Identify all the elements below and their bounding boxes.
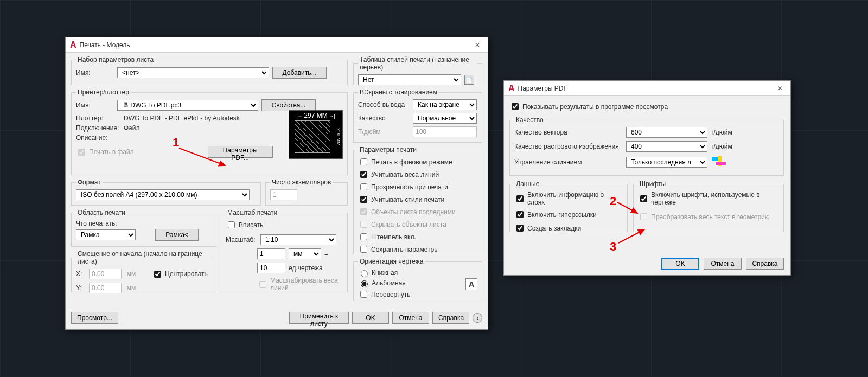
merge-select[interactable]: Только последняя линия	[626, 157, 707, 168]
what-label: Что печатать:	[76, 220, 212, 227]
conn-lbl: Подключение:	[76, 124, 120, 132]
raster-unit: т/дюйм	[711, 143, 732, 150]
bookmarks-check[interactable]: Создать закладки	[514, 223, 623, 233]
shade-mode-select[interactable]: Как на экране	[413, 99, 477, 110]
merge-icon	[711, 155, 727, 169]
plot-style-legend: Таблица стилей печати (назначение перьев…	[358, 56, 477, 71]
area-group: Область печати Что печатать: Рамка Рамка…	[71, 209, 216, 247]
plot-opts-legend: Параметры печати	[358, 146, 418, 154]
plot-titlebar[interactable]: A Печать - Модель ✕	[66, 37, 488, 53]
merge-lbl: Управление слиянием	[514, 158, 623, 166]
include-fonts-check[interactable]: Включить шрифты, используемые в чертеже	[638, 191, 779, 206]
opt-save[interactable]: Сохранить параметры	[358, 244, 477, 254]
opt-bg[interactable]: Печать в фоновом режиме	[358, 157, 477, 167]
collapse-icon[interactable]: ‹	[473, 313, 482, 323]
plot-title: Печать - Модель	[80, 41, 130, 49]
printer-legend: Принтер/плоттер	[76, 88, 131, 96]
annotation-2: 2	[610, 194, 616, 208]
autocad-logo-icon: A	[70, 40, 76, 50]
viewer-check[interactable]: Показывать результаты в программе просмо…	[509, 101, 785, 112]
help-button[interactable]: Справка	[432, 312, 469, 324]
fit-check[interactable]: Вписать	[226, 220, 343, 230]
scale-lw-check: Масштабировать веса линий	[226, 277, 343, 292]
shaded-legend: ВЭкраны с тонированием	[358, 88, 439, 96]
plot-to-file-check: Печать в файл	[76, 147, 134, 157]
pdf-quality-legend: Качество	[514, 116, 545, 124]
pdf-cancel-button[interactable]: Отмена	[704, 258, 742, 270]
shaded-group: ВЭкраны с тонированием Способ выводаКак …	[353, 88, 482, 143]
plot-style-group: Таблица стилей печати (назначение перьев…	[353, 56, 482, 85]
apply-button[interactable]: Применить к листу	[289, 312, 349, 324]
close-icon[interactable]: ✕	[773, 83, 787, 94]
scale-eq: =	[324, 250, 328, 258]
orient-legend: Ориентация чертежа	[358, 258, 425, 265]
conn-value: Файл	[124, 124, 140, 132]
paper-preview: |← 297 MM →| 210 MM	[289, 110, 343, 159]
page-name-label: Имя:	[76, 69, 114, 76]
offset-group: Смещение от начала (начало на границе ли…	[71, 250, 216, 292]
scale-lbl: Масштаб:	[226, 236, 257, 244]
what-select[interactable]: Рамка	[76, 229, 136, 240]
offy-unit: мм	[125, 284, 138, 292]
copies-group: Число экземпляров	[265, 178, 348, 206]
opt-stamp[interactable]: Штемпель вкл.	[358, 232, 477, 242]
orient-group: Ориентация чертежа Книжная Альбомная Пер…	[353, 258, 482, 301]
copies-legend: Число экземпляров	[270, 178, 333, 186]
printer-props-button[interactable]: Свойства...	[261, 99, 316, 111]
close-icon[interactable]: ✕	[470, 40, 484, 50]
page-setup-group: Набор параметров листа Имя: <нет> Добави…	[71, 56, 348, 85]
hyper-check[interactable]: Включить гиперссылки	[514, 209, 623, 220]
cancel-button[interactable]: Отмена	[392, 312, 429, 324]
raster-select[interactable]: 400	[626, 141, 707, 152]
landscape-radio[interactable]: Альбомная	[358, 279, 465, 287]
plot-style-select[interactable]: Нет	[358, 74, 461, 85]
shade-q-select[interactable]: Нормальное	[413, 113, 477, 124]
plot-dialog: A Печать - Модель ✕ Набор параметров лис…	[65, 37, 488, 330]
scale-den[interactable]	[257, 263, 285, 273]
raster-lbl: Качество растрового изображения	[514, 143, 623, 150]
window-button[interactable]: Рамка<	[155, 229, 199, 241]
pdf-params-button[interactable]: Параметры PDF...	[208, 146, 273, 158]
layers-check[interactable]: Включить информацию о слоях	[514, 191, 623, 206]
pdf-help-button[interactable]: Справка	[746, 258, 784, 270]
opt-trans[interactable]: Прозрачность при печати	[358, 182, 477, 192]
dpi-lbl: Т/дюйм	[358, 128, 410, 136]
offx-lbl: X:	[76, 270, 86, 278]
page-name-select[interactable]: <нет>	[117, 67, 269, 78]
offx-input	[89, 269, 122, 279]
vector-select[interactable]: 600	[626, 127, 707, 138]
scale-num[interactable]	[257, 248, 285, 259]
copies-input	[270, 189, 297, 200]
printer-name-select[interactable]: 🖶 DWG To PDF.pc3	[117, 100, 258, 111]
upside-check[interactable]: Перевернуть	[358, 289, 465, 299]
preview-button[interactable]: Просмотр...	[71, 312, 118, 324]
paper-legend: Формат	[76, 178, 103, 186]
scale-select[interactable]: 1:10	[260, 234, 336, 245]
paper-select[interactable]: ISO без полей A4 (297.00 x 210.00 мм)	[76, 189, 250, 200]
pdf-fonts-group: Шрифты Включить шрифты, используемые в ч…	[633, 180, 784, 232]
shade-q-lbl: Качество	[358, 114, 410, 122]
portrait-radio[interactable]: Книжная	[358, 269, 465, 277]
scale-unit-select[interactable]: мм	[289, 248, 321, 259]
opt-pstyles[interactable]: Учитывать стили печати	[358, 194, 477, 205]
scale-legend: Масштаб печати	[226, 209, 279, 216]
ok-button[interactable]: OK	[352, 312, 389, 324]
pdf-ok-button[interactable]: OK	[661, 258, 699, 270]
dpi-input	[413, 126, 477, 137]
printer-group: Принтер/плоттер Имя: 🖶 DWG To PDF.pc3 Св…	[71, 88, 348, 175]
annotation-1: 1	[173, 136, 179, 150]
area-legend: Область печати	[76, 209, 127, 216]
desc-lbl: Описание:	[76, 134, 120, 142]
shade-mode-lbl: Способ вывода	[358, 101, 410, 108]
pdf-dialog: A Параметры PDF ✕ Показывать результаты …	[503, 80, 791, 276]
opt-lw[interactable]: Учитывать веса линий	[358, 169, 477, 180]
opt-hidepsp: Скрывать объекты листа	[358, 219, 477, 229]
scale-den-unit: ед.чертежа	[289, 264, 323, 272]
pdf-titlebar[interactable]: A Параметры PDF ✕	[504, 81, 790, 96]
center-check[interactable]: Центрировать	[152, 269, 208, 279]
page-setup-legend: Набор параметров листа	[76, 56, 155, 63]
edit-style-icon[interactable]: 📄	[464, 75, 474, 85]
pdf-fonts-legend: Шрифты	[638, 180, 667, 188]
add-pageset-button[interactable]: Добавить...	[272, 67, 327, 79]
plotter-value: DWG To PDF - PDF ePlot - by Autodesk	[124, 114, 240, 122]
